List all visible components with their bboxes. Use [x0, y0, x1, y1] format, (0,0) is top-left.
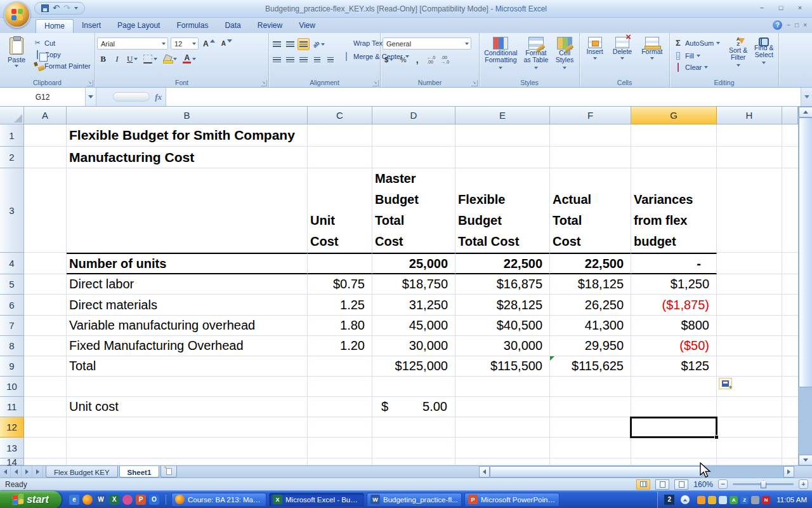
cell-E1[interactable] [455, 124, 550, 147]
fill-handle[interactable] [714, 435, 719, 439]
help-icon[interactable]: ? [773, 20, 782, 30]
zoom-slider[interactable] [733, 483, 794, 485]
cell-D11[interactable]: $5.00 [372, 397, 455, 417]
sort-filter-button[interactable]: A Z Sort &Filter [728, 35, 749, 78]
borders-button[interactable] [141, 53, 159, 65]
increase-decimal-button[interactable]: ←.0 .00 [425, 53, 437, 65]
column-header-D[interactable]: D [372, 107, 455, 124]
row-header-7[interactable]: 7 [0, 316, 24, 336]
row-header-1[interactable]: 1 [0, 124, 24, 147]
copy-button[interactable]: Copy [31, 50, 93, 59]
row-header-8[interactable]: 8 [0, 336, 24, 356]
restore-button[interactable]: □ [773, 3, 789, 13]
column-header-H[interactable]: H [717, 107, 782, 124]
cell-G9[interactable]: $125 [631, 356, 717, 377]
cell-F7[interactable]: 41,300 [550, 316, 631, 336]
vertical-scroll-thumb[interactable] [799, 117, 812, 387]
row-header-6[interactable]: 6 [0, 295, 24, 316]
quick-launch-word-icon[interactable]: W [96, 495, 106, 505]
horizontal-scroll-track[interactable] [702, 466, 783, 478]
cell-F1[interactable] [550, 124, 631, 147]
cell-D10[interactable] [372, 377, 455, 397]
cell-G13[interactable] [631, 438, 717, 458]
cell-A12[interactable] [24, 417, 67, 438]
tray-messenger-icon[interactable] [697, 496, 705, 504]
quick-launch-key-icon[interactable] [122, 495, 133, 505]
workbook-minimize-button[interactable]: − [787, 22, 790, 29]
decrease-decimal-button[interactable]: .00 →.0 [439, 53, 451, 65]
cell-C7[interactable]: 1.80 [308, 316, 372, 336]
font-color-button[interactable]: A [181, 53, 198, 65]
cell-F5[interactable]: $18,125 [550, 274, 631, 295]
cell-A10[interactable] [24, 377, 67, 397]
cell-C2[interactable] [308, 147, 372, 168]
cell-D1[interactable] [372, 124, 455, 147]
quick-launch-firefox-icon[interactable] [82, 495, 93, 505]
cell-H6[interactable] [717, 295, 782, 316]
selected-cell-outline[interactable] [630, 417, 717, 438]
italic-button[interactable]: I [111, 53, 123, 65]
hidden-icons-chevron[interactable] [681, 495, 690, 504]
ribbon-tab-home[interactable]: Home [36, 19, 74, 33]
cell-H13[interactable] [717, 438, 782, 458]
increase-indent-button[interactable] [324, 54, 336, 66]
row-header-10[interactable]: 10 [0, 377, 24, 397]
row-header-4[interactable]: 4 [0, 253, 24, 274]
cell-E8[interactable]: 30,000 [455, 336, 550, 356]
cell-F4[interactable]: 22,500 [550, 253, 631, 274]
cell-C3[interactable]: Unit Cost [308, 168, 372, 253]
cell-A2[interactable] [24, 147, 67, 168]
cut-button[interactable]: ✂Cut [31, 38, 93, 48]
cell-G2[interactable] [631, 147, 717, 168]
cell-E3[interactable]: Flexible Budget Total Cost [455, 168, 550, 253]
cell-F11[interactable] [550, 397, 631, 417]
cell-A6[interactable] [24, 295, 67, 316]
cell-C4[interactable] [308, 253, 372, 274]
quick-launch-powerpoint-icon[interactable]: P [136, 495, 146, 505]
taskbar-window-word[interactable]: WBudgeting_practice-fl... [367, 493, 462, 507]
number-dialog-launcher[interactable]: ↘ [471, 80, 478, 86]
cell-C1[interactable] [308, 124, 372, 147]
shrink-font-button[interactable]: A [219, 37, 234, 50]
close-button[interactable]: × [792, 3, 808, 13]
column-header-C[interactable]: C [308, 107, 372, 124]
cell-E2[interactable] [455, 147, 550, 168]
cell-H3[interactable] [717, 168, 782, 253]
align-middle-button[interactable] [284, 38, 296, 50]
row-header-9[interactable]: 9 [0, 356, 24, 377]
cell-A11[interactable] [24, 397, 67, 417]
align-right-button[interactable] [298, 54, 310, 66]
cell-D8[interactable]: 30,000 [372, 336, 455, 356]
tray-norton-n-icon[interactable]: N [762, 496, 770, 504]
bold-button[interactable]: B [97, 53, 109, 65]
column-header-B[interactable]: B [67, 107, 308, 124]
orientation-button[interactable]: ab [311, 38, 327, 50]
cell-B4[interactable]: Number of units [67, 253, 308, 274]
start-button[interactable]: start [0, 491, 62, 508]
row-header-2[interactable]: 2 [0, 147, 24, 168]
cell-C11[interactable] [308, 397, 372, 417]
row-header-14[interactable]: 14 [0, 458, 24, 465]
delete-cells-button[interactable]: Delete [612, 35, 633, 78]
align-top-button[interactable] [271, 38, 283, 50]
tray-antivirus-a-icon[interactable]: A [730, 496, 738, 504]
font-family-select[interactable]: Arial [97, 37, 168, 50]
autosum-button[interactable]: ΣAutoSum [672, 37, 725, 48]
vertical-scrollbar[interactable] [798, 107, 812, 465]
cell-G7[interactable]: $800 [631, 316, 717, 336]
sheet-tab-sheet1[interactable]: Sheet1 [119, 466, 160, 478]
cell-A7[interactable] [24, 316, 67, 336]
horizontal-scroll-thumb[interactable] [490, 466, 702, 478]
cell-A3[interactable] [24, 168, 67, 253]
ribbon-tab-review[interactable]: Review [249, 19, 291, 33]
cell-B13[interactable] [67, 438, 308, 458]
insert-cells-button[interactable]: Insert [586, 35, 605, 78]
zoom-out-button[interactable]: − [718, 479, 728, 489]
cell-B11[interactable]: Unit cost [67, 397, 308, 417]
cell-D2[interactable] [372, 147, 455, 168]
cell-D7[interactable]: 45,000 [372, 316, 455, 336]
insert-worksheet-tab[interactable] [160, 466, 177, 478]
quick-launch-excel-icon[interactable]: X [109, 495, 119, 505]
column-header-A[interactable]: A [24, 107, 67, 124]
language-indicator[interactable]: 2 [664, 495, 674, 505]
